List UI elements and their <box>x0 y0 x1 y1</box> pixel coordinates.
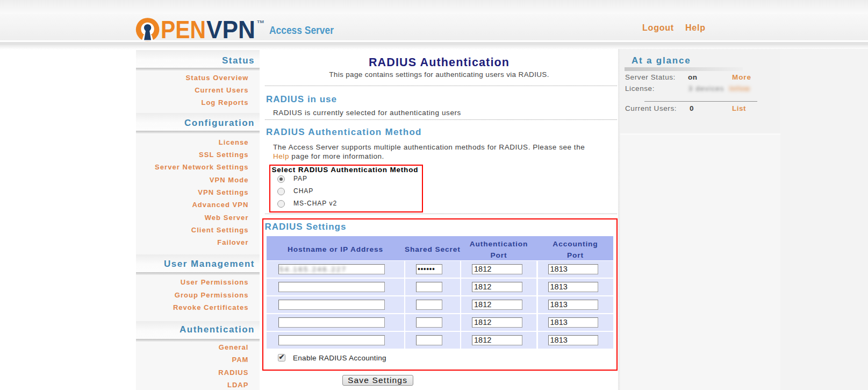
svg-text:Access Server: Access Server <box>269 24 334 36</box>
svg-text:PEN: PEN <box>161 16 206 44</box>
svg-text:VPN: VPN <box>206 16 255 44</box>
svg-text:TM: TM <box>257 19 264 24</box>
